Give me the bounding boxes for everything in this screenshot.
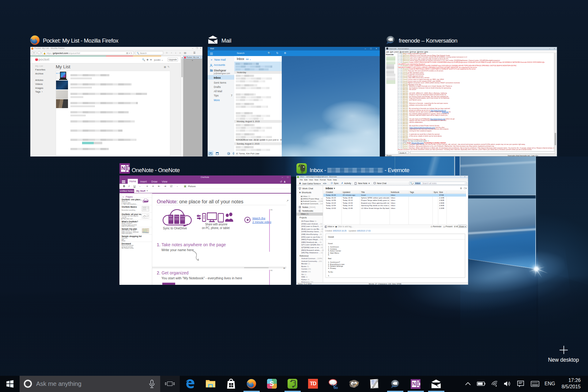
svg-text:Work: Work — [169, 215, 173, 217]
svg-text:on PC, phone, or tablet: on PC, phone, or tablet — [202, 226, 230, 230]
svg-text:Share with anyone: Share with anyone — [205, 222, 228, 226]
svg-text:Sync to OneDrive: Sync to OneDrive — [163, 227, 187, 230]
svg-text:School: School — [180, 215, 185, 217]
svg-text:Home: Home — [175, 215, 179, 217]
